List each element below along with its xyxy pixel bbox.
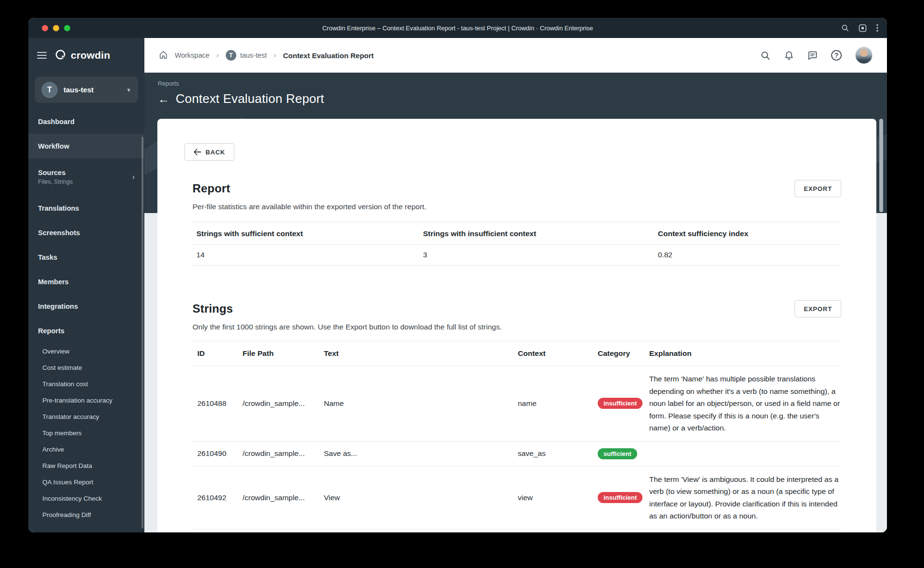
- page-content: Reports ← Context Evaluation Report BACK: [144, 73, 887, 532]
- sidebar-item-top-members[interactable]: Top members: [28, 425, 144, 441]
- project-avatar-small: T: [226, 50, 236, 61]
- table-row: 2610492 /crowdin_sample... View view ins…: [192, 467, 841, 530]
- sidebar-item-tasks[interactable]: Tasks: [28, 245, 144, 269]
- col-header-file-path: File Path: [243, 349, 324, 358]
- sidebar-item-sources[interactable]: Sources Files, Strings ›: [28, 158, 144, 196]
- breadcrumb-project[interactable]: T taus-test: [226, 50, 267, 61]
- cell-id: 2610492: [197, 493, 243, 502]
- close-window-button[interactable]: [42, 25, 48, 31]
- messages-icon[interactable]: [808, 50, 818, 61]
- project-avatar: T: [41, 82, 58, 98]
- strings-table: ID File Path Text Context Category Expla…: [192, 341, 841, 530]
- sidebar-item-dashboard[interactable]: Dashboard: [28, 109, 144, 134]
- top-header: Workspace › T taus-test › Context Evalua…: [144, 38, 887, 73]
- sidebar-item-translation-cost[interactable]: Translation cost: [28, 376, 144, 392]
- chevron-down-icon: ▼: [126, 87, 131, 93]
- cell-text: Save as...: [324, 449, 518, 458]
- sidebar-item-pre-translation-accuracy[interactable]: Pre-translation accuracy: [28, 392, 144, 408]
- breadcrumb-workspace[interactable]: Workspace: [175, 51, 209, 59]
- sidebar-item-overview[interactable]: Overview: [28, 343, 144, 359]
- project-name: taus-test: [64, 86, 120, 94]
- sidebar-item-raw-report-data[interactable]: Raw Report Data: [28, 457, 144, 474]
- sidebar-item-cost-estimate[interactable]: Cost estimate: [28, 359, 144, 376]
- col-header-context: Context: [518, 349, 598, 358]
- sidebar-item-translations[interactable]: Translations: [28, 196, 144, 220]
- project-selector[interactable]: T taus-test ▼: [35, 76, 138, 103]
- cell-file-path: /crowdin_sample...: [243, 399, 324, 408]
- sidebar-scrollbar[interactable]: [141, 137, 143, 529]
- category-badge: insufficient: [598, 398, 642, 409]
- sidebar-item-workflow[interactable]: Workflow: [28, 134, 144, 158]
- sidebar-item-reports[interactable]: Reports: [28, 318, 144, 343]
- sidebar-item-qa-issues-report[interactable]: QA Issues Report: [28, 474, 144, 490]
- stats-value-sufficient: 14: [196, 251, 423, 259]
- export-report-button[interactable]: EXPORT: [795, 180, 841, 197]
- back-button[interactable]: BACK: [184, 143, 234, 161]
- report-section-title: Report: [192, 182, 231, 195]
- cell-context: name: [518, 399, 598, 408]
- table-row: 2610490 /crowdin_sample... Save as... sa…: [192, 442, 841, 467]
- home-icon[interactable]: [159, 50, 168, 61]
- search-icon[interactable]: [760, 50, 770, 61]
- category-badge: insufficient: [598, 492, 642, 503]
- cell-id: 2610488: [197, 399, 243, 408]
- crowdin-wordmark: crowdin: [71, 50, 110, 61]
- page-scrollbar[interactable]: [879, 119, 883, 212]
- tab-search-icon[interactable]: [841, 24, 849, 32]
- window-titlebar: Crowdin Enterprise – Context Evaluation …: [28, 18, 887, 38]
- breadcrumb: Workspace › T taus-test › Context Evalua…: [159, 50, 374, 61]
- sidebar-item-screenshots[interactable]: Screenshots: [28, 220, 144, 245]
- sidebar-item-integrations[interactable]: Integrations: [28, 294, 144, 318]
- cell-explanation: The term 'View' is ambiguous. It could b…: [649, 473, 841, 522]
- report-stats-table: Strings with sufficient context Strings …: [192, 222, 841, 265]
- stats-value-insufficient: 3: [423, 251, 658, 259]
- help-icon[interactable]: ?: [831, 50, 842, 61]
- strings-section-subtitle: Only the first 1000 strings are shown. U…: [192, 323, 841, 331]
- sidebar-item-proofreading-diff[interactable]: Proofreading Diff: [28, 506, 144, 523]
- stats-header-sufficient: Strings with sufficient context: [196, 229, 423, 238]
- window-controls: [42, 25, 70, 31]
- sidebar: crowdin T taus-test ▼ Dashboard Workflow…: [28, 38, 144, 532]
- cell-text: Name: [324, 399, 518, 408]
- stats-header-index: Context sufficiency index: [658, 229, 841, 238]
- col-header-id: ID: [197, 349, 243, 358]
- page-title: Context Evaluation Report: [176, 91, 324, 106]
- table-row: 2610488 /crowdin_sample... Name name ins…: [192, 366, 841, 442]
- arrow-left-icon: [193, 149, 201, 155]
- cell-id: 2610490: [197, 449, 243, 458]
- window-title: Crowdin Enterprise – Context Evaluation …: [322, 25, 593, 32]
- stats-header-insufficient: Strings with insufficient context: [423, 229, 658, 238]
- sidebar-item-translator-accuracy[interactable]: Translator accuracy: [28, 408, 144, 425]
- col-header-category: Category: [598, 349, 649, 358]
- extensions-icon[interactable]: [859, 24, 867, 32]
- col-header-explanation: Explanation: [649, 349, 841, 358]
- sidebar-item-members[interactable]: Members: [28, 269, 144, 294]
- cell-file-path: /crowdin_sample...: [243, 449, 324, 458]
- sidebar-item-inconsistency-check[interactable]: Inconsistency Check: [28, 490, 144, 506]
- sidebar-item-archive[interactable]: Archive: [28, 441, 144, 457]
- hero-eyebrow: Reports: [158, 80, 324, 87]
- sources-subtitle: Files, Strings: [38, 178, 132, 185]
- zoom-window-button[interactable]: [64, 25, 70, 31]
- cell-text: View: [324, 493, 518, 502]
- browser-window: Crowdin Enterprise – Context Evaluation …: [28, 18, 887, 532]
- minimize-window-button[interactable]: [53, 25, 59, 31]
- menu-icon[interactable]: [37, 50, 47, 61]
- stats-value-index: 0.82: [658, 251, 841, 259]
- user-avatar[interactable]: [855, 47, 873, 64]
- notifications-bell-icon[interactable]: [784, 50, 794, 61]
- chevron-right-icon: ›: [274, 50, 277, 60]
- category-badge: sufficient: [598, 448, 637, 459]
- col-header-text: Text: [324, 349, 518, 358]
- strings-section-title: Strings: [192, 302, 233, 316]
- report-card: BACK Report EXPORT Per-file statistics a…: [157, 119, 876, 532]
- cell-context: view: [518, 493, 598, 502]
- report-section-subtitle: Per-file statistics are available within…: [192, 202, 841, 211]
- crowdin-logo: crowdin: [54, 49, 110, 63]
- breadcrumb-current-page: Context Evaluation Report: [283, 51, 373, 60]
- export-strings-button[interactable]: EXPORT: [795, 300, 841, 317]
- browser-menu-icon[interactable]: [876, 24, 878, 32]
- cell-context: save_as: [518, 449, 598, 458]
- back-arrow-icon[interactable]: ←: [158, 93, 169, 105]
- chevron-right-icon: ›: [216, 50, 219, 60]
